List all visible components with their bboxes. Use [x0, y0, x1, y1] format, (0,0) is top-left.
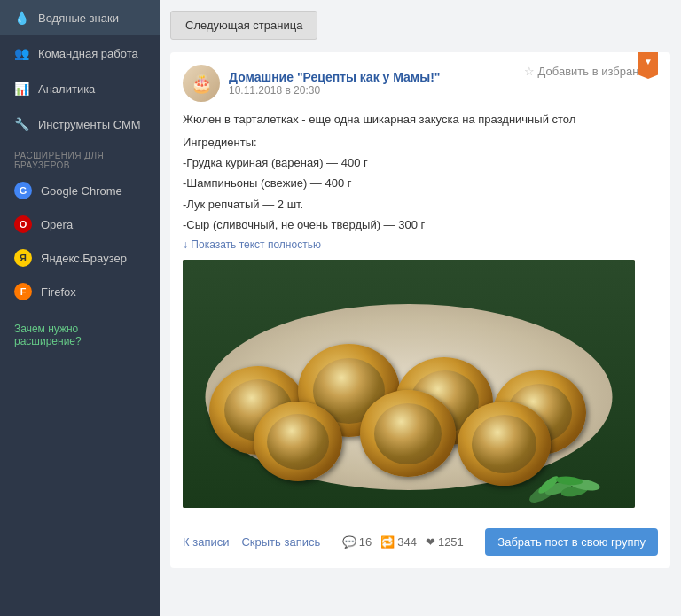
- chrome-label: Google Chrome: [41, 184, 122, 198]
- ingredient-2: -Шампиньоны (свежие) — 400 г: [183, 173, 658, 193]
- post-footer: К записи Скрыть запись 💬 16 🔁 344 ❤ 1251…: [183, 519, 658, 556]
- post-footer-left: К записи Скрыть запись: [183, 535, 320, 549]
- repost-icon: 🔁: [380, 535, 395, 549]
- analytics-icon: 📊: [14, 82, 29, 96]
- avatar-image: 🎂: [183, 65, 220, 102]
- post-header-left: 🎂 Домашние "Рецепты как у Мамы!" 10.11.2…: [183, 65, 440, 102]
- green-dill-decoration: [520, 441, 608, 503]
- next-page-button[interactable]: Следующая страница: [170, 11, 317, 40]
- post-description: Жюлен в тарталетках - еще одна шикарная …: [183, 111, 658, 129]
- post-title[interactable]: Домашние "Рецепты как у Мамы!": [229, 70, 440, 84]
- bookmark-badge: ▼: [638, 52, 658, 79]
- food-illustration: [183, 260, 635, 508]
- sidebar-item-smm-tools[interactable]: 🔧 Инструменты СММ: [0, 106, 160, 142]
- opera-label: Opera: [41, 218, 73, 231]
- ingredient-3: -Лук репчатый — 2 шт.: [183, 194, 658, 214]
- sidebar-item-watermarks-label: Водяные знаки: [38, 12, 119, 25]
- watermarks-icon: 💧: [14, 11, 29, 25]
- firefox-label: Firefox: [41, 285, 76, 299]
- reposts-stat: 🔁 344: [380, 535, 417, 549]
- ingredient-1: -Грудка куриная (вареная) — 400 г: [183, 152, 658, 173]
- ingredients-header: Ингредиенты:: [183, 132, 658, 152]
- sidebar-item-watermarks[interactable]: 💧 Водяные знаки: [0, 0, 160, 35]
- sidebar-item-yandex[interactable]: Я Яндекс.Браузер: [0, 241, 160, 275]
- teamwork-icon: 👥: [14, 46, 29, 60]
- smm-tools-icon: 🔧: [14, 117, 29, 131]
- sidebar-item-opera[interactable]: O Opera: [0, 207, 160, 241]
- sidebar-item-analytics-label: Аналитика: [38, 82, 95, 96]
- reposts-count: 344: [397, 535, 417, 549]
- sidebar: 💧 Водяные знаки 👥 Командная работа 📊 Ана…: [0, 0, 160, 616]
- sidebar-item-firefox[interactable]: F Firefox: [0, 275, 160, 308]
- likes-count: 1251: [438, 535, 464, 549]
- comments-icon: 💬: [342, 535, 356, 549]
- grab-post-button[interactable]: Забрать пост в свою группу: [485, 528, 658, 556]
- sidebar-item-analytics[interactable]: 📊 Аналитика: [0, 71, 160, 106]
- heart-icon: ❤: [426, 535, 435, 549]
- comments-stat: 💬 16: [342, 535, 372, 549]
- ingredient-4: -Сыр (сливочный, не очень твердый) — 300…: [183, 214, 658, 235]
- post-title-block: Домашние "Рецепты как у Мамы!" 10.11.201…: [229, 70, 440, 97]
- post-avatar: 🎂: [183, 65, 220, 102]
- sidebar-item-teamwork[interactable]: 👥 Командная работа: [0, 35, 160, 71]
- post-date: 10.11.2018 в 20:30: [229, 84, 440, 97]
- yandex-icon: Я: [14, 249, 32, 267]
- favorite-button[interactable]: ☆ Добавить в избранное: [524, 65, 658, 78]
- post-ingredients: Ингредиенты: -Грудка куриная (вареная) —…: [183, 132, 658, 236]
- to-post-link[interactable]: К записи: [183, 535, 229, 549]
- post-stats: 💬 16 🔁 344 ❤ 1251: [342, 535, 464, 549]
- why-extension-link[interactable]: Зачем нужно расширение?: [0, 312, 160, 358]
- firefox-icon: F: [14, 283, 32, 300]
- browsers-section-header: РАСШИРЕНИЯ ДЛЯ БРАУЗЕРОВ: [0, 142, 160, 174]
- yandex-label: Яндекс.Браузер: [41, 252, 127, 265]
- sidebar-item-chrome[interactable]: G Google Chrome: [0, 174, 160, 207]
- sidebar-item-smm-tools-label: Инструменты СММ: [38, 118, 141, 131]
- main-content: Следующая страница ▼ 🎂 Домашние "Рецепты…: [160, 0, 681, 616]
- comments-count: 16: [359, 535, 372, 549]
- show-more-link[interactable]: ↓ Показать текст полностью: [183, 238, 658, 251]
- post-image: [183, 260, 635, 508]
- sidebar-item-teamwork-label: Командная работа: [38, 47, 138, 60]
- bookmark-icon: ▼: [644, 57, 653, 66]
- hide-post-link[interactable]: Скрыть запись: [241, 535, 320, 549]
- likes-stat: ❤ 1251: [426, 535, 464, 549]
- opera-icon: O: [14, 215, 32, 233]
- star-icon: ☆: [524, 65, 535, 78]
- post-card: ▼ 🎂 Домашние "Рецепты как у Мамы!" 10.11…: [170, 52, 670, 568]
- post-header: 🎂 Домашние "Рецепты как у Мамы!" 10.11.2…: [183, 65, 658, 102]
- chrome-icon: G: [14, 182, 32, 199]
